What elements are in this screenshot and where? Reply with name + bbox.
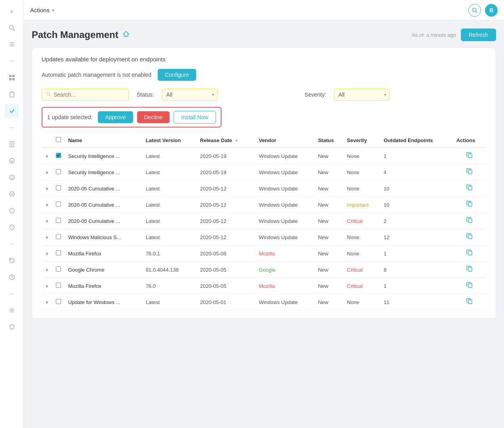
sidebar-item-clock[interactable] <box>5 270 19 284</box>
sidebar-item-history[interactable] <box>5 253 19 268</box>
table-row: ▼ Google Chrome 81.0.4044.138 2020-05-05… <box>42 262 486 278</box>
sidebar-item-gear[interactable] <box>5 303 19 318</box>
svg-rect-3 <box>10 44 14 45</box>
row-actions-3 <box>453 197 486 213</box>
top-nav-right: B <box>468 4 498 17</box>
sidebar-item-clipboard[interactable] <box>5 87 19 101</box>
row-vendor-1: Windows Update <box>256 164 315 181</box>
row-expand-7[interactable]: ▼ <box>42 262 52 278</box>
row-checkbox-6[interactable] <box>56 250 61 255</box>
copy-icon-9[interactable] <box>466 299 473 306</box>
row-vendor-6: Mozilla <box>256 245 315 262</box>
nav-search-button[interactable] <box>468 4 481 17</box>
svg-point-22 <box>10 225 14 230</box>
row-checkbox-cell-4 <box>52 213 65 229</box>
table-row: ▼ Windows Malicious S... Latest 2020-05-… <box>42 229 486 245</box>
copy-icon-6[interactable] <box>466 250 473 257</box>
row-checkbox-1[interactable] <box>56 169 61 174</box>
sidebar-item-info[interactable]: i <box>5 204 19 218</box>
approve-button[interactable]: Approve <box>98 111 133 123</box>
as-of-text: As of: a minute ago <box>412 32 456 38</box>
copy-icon-7[interactable] <box>466 266 473 273</box>
row-release-date-2: 2020-05-12 <box>197 181 256 197</box>
row-checkbox-8[interactable] <box>56 283 61 288</box>
row-checkbox-3[interactable] <box>56 202 61 207</box>
row-expand-4[interactable]: ▼ <box>42 213 52 229</box>
sidebar-item-document[interactable] <box>5 137 19 151</box>
row-expand-5[interactable]: ▼ <box>42 229 52 245</box>
row-checkbox-9[interactable] <box>56 299 61 304</box>
copy-icon-5[interactable] <box>466 234 473 241</box>
row-checkbox-4[interactable] <box>56 218 61 223</box>
svg-rect-7 <box>9 78 11 80</box>
row-severity-9: None <box>344 294 381 310</box>
row-version-6: 76.0.1 <box>143 245 197 262</box>
row-endpoints-5: 12 <box>380 229 453 245</box>
sidebar-item-face3[interactable] <box>5 187 19 201</box>
copy-icon-4[interactable] <box>466 218 473 224</box>
sidebar-item-grid[interactable] <box>5 70 19 85</box>
th-latest-version: Latest Version <box>143 133 197 148</box>
row-release-date-4: 2020-05-12 <box>197 213 256 229</box>
copy-icon-3[interactable] <box>466 202 473 208</box>
svg-rect-2 <box>10 42 14 43</box>
configure-button[interactable]: Configure <box>158 69 196 81</box>
select-all-checkbox[interactable] <box>56 137 61 142</box>
expand-arrow-icon: ▼ <box>45 300 49 305</box>
row-expand-2[interactable]: ▼ <box>42 181 52 197</box>
row-name-3: 2020-05 Cumulative ... <box>65 197 143 213</box>
filters-row: Status: All New Approved Declined ▾ Seve… <box>42 89 486 101</box>
expand-arrow-icon: ▼ <box>45 251 49 256</box>
configure-row: Automatic patch management is not enable… <box>42 69 486 81</box>
svg-text:i: i <box>11 209 12 213</box>
table-row: ▼ 2020-05 Cumulative ... Latest 2020-05-… <box>42 197 486 213</box>
user-avatar[interactable]: B <box>485 4 498 17</box>
row-expand-1[interactable]: ▼ <box>42 164 52 181</box>
row-checkbox-0[interactable] <box>56 153 61 158</box>
page-header-right: As of: a minute ago Refresh <box>412 29 496 41</box>
row-release-date-7: 2020-05-05 <box>197 262 256 278</box>
sidebar-dots-4: ••• <box>5 287 19 301</box>
copy-icon-8[interactable] <box>466 283 473 289</box>
row-actions-9 <box>453 294 486 310</box>
copy-icon-1[interactable] <box>466 169 473 176</box>
row-checkbox-7[interactable] <box>56 266 61 272</box>
row-release-date-0: 2020-05-19 <box>197 148 256 164</box>
install-now-button[interactable]: Install Now <box>174 111 216 124</box>
row-expand-0[interactable]: ▼ <box>42 148 52 164</box>
svg-point-24 <box>12 226 13 227</box>
th-name: Name <box>65 133 143 148</box>
row-status-8: New <box>315 278 344 294</box>
sidebar-toggle[interactable]: › <box>5 4 19 18</box>
actions-menu[interactable]: Actions ▾ <box>30 7 54 13</box>
sidebar-item-search[interactable] <box>5 21 19 35</box>
refresh-button[interactable]: Refresh <box>461 29 496 41</box>
copy-icon-0[interactable] <box>466 153 473 160</box>
decline-button[interactable]: Decline <box>137 111 170 123</box>
sidebar-item-shield[interactable] <box>5 320 19 334</box>
sidebar-item-face1[interactable] <box>5 154 19 168</box>
row-checkbox-5[interactable] <box>56 234 61 239</box>
sidebar-item-list[interactable] <box>5 37 19 51</box>
home-icon[interactable] <box>122 30 130 40</box>
sidebar-item-face4[interactable] <box>5 220 19 234</box>
row-checkbox-cell-2 <box>52 181 65 197</box>
svg-rect-32 <box>468 154 472 158</box>
sidebar-item-checkmark[interactable] <box>5 104 19 118</box>
status-select[interactable]: All New Approved Declined <box>162 89 218 101</box>
row-checkbox-2[interactable] <box>56 185 61 190</box>
severity-select[interactable]: All None Important Critical <box>334 89 389 101</box>
row-expand-9[interactable]: ▼ <box>42 294 52 310</box>
search-input[interactable] <box>53 91 124 98</box>
row-version-3: Latest <box>143 197 197 213</box>
row-expand-6[interactable]: ▼ <box>42 245 52 262</box>
row-expand-3[interactable]: ▼ <box>42 197 52 213</box>
sidebar-item-face2[interactable] <box>5 170 19 185</box>
th-release-date[interactable]: Release Date ▼ <box>197 133 256 148</box>
sidebar: › ••• ••• i ••• ••• <box>0 0 24 428</box>
table-row: ▼ 2020-05 Cumulative ... Latest 2020-05-… <box>42 181 486 197</box>
row-actions-2 <box>453 181 486 197</box>
row-expand-8[interactable]: ▼ <box>42 278 52 294</box>
copy-icon-2[interactable] <box>466 185 473 192</box>
svg-line-1 <box>13 29 15 30</box>
